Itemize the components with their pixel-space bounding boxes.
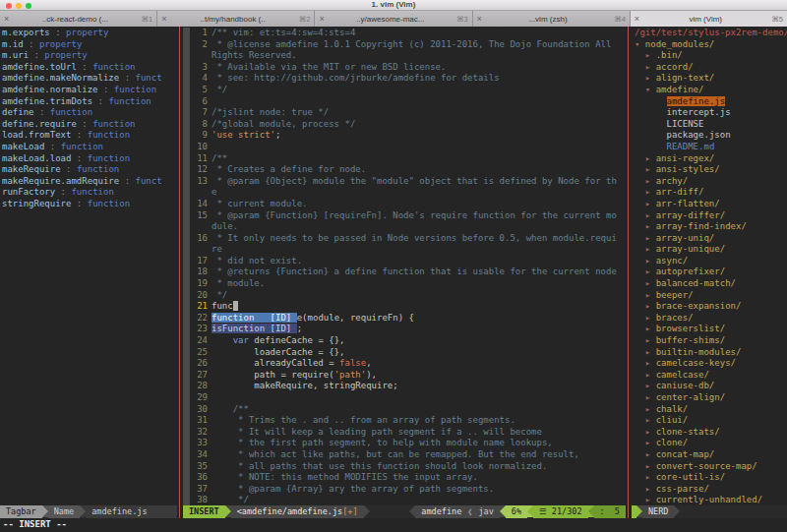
code-row[interactable]: 7/*jslint node: true */ bbox=[190, 107, 626, 119]
tagbar-list[interactable]: m.exports : propertym.id : propertym.uri… bbox=[0, 27, 177, 505]
chevron-closed-icon[interactable]: ▸ bbox=[645, 427, 656, 437]
code-row[interactable]: 14 * current module. bbox=[190, 199, 626, 210]
nerdtree-dir[interactable]: ▸ browserslist/ bbox=[632, 324, 787, 335]
nerdtree-dir[interactable]: ▸ arr-flatten/ bbox=[632, 199, 787, 210]
chevron-closed-icon[interactable]: ▸ bbox=[645, 301, 656, 311]
nerdtree-dir[interactable]: ▸ array-unique/ bbox=[632, 244, 787, 256]
nerdtree-dir[interactable]: ▸ core-util-is/ bbox=[632, 472, 787, 484]
code-row[interactable]: 5 */ bbox=[190, 85, 626, 96]
code-row[interactable]: 1/** vim: et:ts=4:sw=4:sts=4 bbox=[190, 28, 626, 39]
tagbar-item[interactable]: makeRequire : function bbox=[0, 164, 177, 176]
terminal-tab[interactable]: ×..y/awesome-mac...⌘3 bbox=[315, 11, 472, 27]
code-row[interactable]: 26 alreadyCalled = false, bbox=[190, 358, 626, 370]
code-row[interactable]: 13 * @param {Object} module the "module"… bbox=[190, 176, 626, 188]
tagbar-item[interactable]: makeRequire.amdRequire : funct bbox=[0, 176, 177, 188]
nerdtree-dir[interactable]: ▸ .bin/ bbox=[632, 50, 787, 62]
code-row[interactable]: Rights Reserved. bbox=[190, 50, 626, 62]
nerdtree[interactable]: /git/test/stylus-px2rem-demo/ ▾ node_mod… bbox=[632, 27, 787, 505]
close-button[interactable] bbox=[6, 3, 12, 9]
nerdtree-dir[interactable]: ▸ ansi-regex/ bbox=[632, 153, 787, 165]
code-row[interactable]: 18 * @returns {Function} a define functi… bbox=[190, 266, 626, 278]
code-row[interactable]: 12 * Creates a define for node. bbox=[190, 164, 626, 176]
nerdtree-dir[interactable]: ▸ buffer-shims/ bbox=[632, 335, 787, 347]
nerdtree-dir[interactable]: ▸ array-differ/ bbox=[632, 210, 787, 222]
window-titlebar[interactable]: 1. vim (Vim) bbox=[0, 0, 787, 11]
nerdtree-dir[interactable]: ▸ accord/ bbox=[632, 62, 787, 74]
code-row[interactable]: 33 * the first path segment, to help wit… bbox=[190, 438, 626, 449]
chevron-closed-icon[interactable]: ▸ bbox=[645, 221, 656, 231]
nerdtree-dir[interactable]: ▸ chalk/ bbox=[632, 404, 787, 416]
chevron-closed-icon[interactable]: ▸ bbox=[645, 62, 656, 72]
command-line[interactable]: -- INSERT -- bbox=[0, 518, 787, 532]
tagbar-item[interactable]: makeLoad.load : function bbox=[0, 153, 177, 165]
nerdtree-dir[interactable]: ▸ ansi-styles/ bbox=[632, 164, 787, 176]
nerdtree-dir[interactable]: ▸ camelcase/ bbox=[632, 370, 787, 382]
code-row[interactable]: 21func bbox=[190, 301, 626, 313]
tagbar-item[interactable]: m.exports : property bbox=[0, 28, 177, 39]
code-row[interactable]: 31 * Trims the . and .. from an array of… bbox=[190, 415, 626, 427]
tagbar-item[interactable]: define : function bbox=[0, 107, 177, 119]
chevron-closed-icon[interactable]: ▸ bbox=[645, 404, 656, 414]
terminal-tab[interactable]: ×..ck-react-demo (...⌘1 bbox=[0, 11, 157, 27]
code-row[interactable]: e bbox=[190, 187, 626, 199]
code-row[interactable]: 23isFunction [ID] ; bbox=[190, 324, 626, 335]
tagbar-item[interactable]: load.fromText : function bbox=[0, 130, 177, 142]
chevron-closed-icon[interactable]: ▸ bbox=[645, 370, 656, 380]
terminal-tab[interactable]: ×vim (Vim)⌘5 bbox=[631, 11, 787, 27]
code-row[interactable]: 8/*global module, process */ bbox=[190, 119, 626, 131]
chevron-closed-icon[interactable]: ▸ bbox=[645, 392, 656, 402]
terminal-tab[interactable]: ×..t/my/handbook (..⌘2 bbox=[157, 11, 315, 27]
code-row[interactable]: dule. bbox=[190, 221, 626, 233]
nerdtree-dir[interactable]: ▸ css-parse/ bbox=[632, 484, 787, 496]
nerdtree-dir[interactable]: ▸ currently-unhandled/ bbox=[632, 495, 787, 505]
chevron-closed-icon[interactable]: ▸ bbox=[645, 449, 656, 459]
nerdtree-dir[interactable]: ▸ array-uniq/ bbox=[632, 233, 787, 245]
code-row[interactable]: 3 * Available via the MIT or new BSD lic… bbox=[190, 62, 626, 74]
chevron-closed-icon[interactable]: ▸ bbox=[645, 484, 656, 494]
nerdtree-dir[interactable]: ▸ camelcase-keys/ bbox=[632, 358, 787, 370]
code-row[interactable]: 32 * It will keep a leading path segment… bbox=[190, 427, 626, 439]
code-row[interactable]: 16 * It only needs to be passed in Node … bbox=[190, 233, 626, 245]
nerdtree-root[interactable]: /git/test/stylus-px2rem-demo/ bbox=[632, 28, 787, 39]
tab-close-icon[interactable]: × bbox=[477, 15, 482, 24]
chevron-closed-icon[interactable]: ▸ bbox=[645, 153, 656, 163]
tagbar-item[interactable]: amdefine.trimDots : function bbox=[0, 96, 177, 108]
chevron-closed-icon[interactable]: ▸ bbox=[645, 495, 656, 504]
chevron-closed-icon[interactable]: ▸ bbox=[645, 358, 656, 368]
code-row[interactable]: 29 bbox=[190, 392, 626, 404]
nerdtree-dir[interactable]: ▸ align-text/ bbox=[632, 73, 787, 85]
code-row[interactable]: 4 * see: http://github.com/jrburke/amdef… bbox=[190, 73, 626, 85]
chevron-closed-icon[interactable]: ▸ bbox=[645, 347, 656, 357]
minimize-button[interactable] bbox=[16, 3, 22, 9]
code-row[interactable]: 15 * @param {Function} [requireFn]. Node… bbox=[190, 210, 626, 222]
nerdtree-file[interactable]: intercept.js bbox=[632, 107, 787, 119]
tab-close-icon[interactable]: × bbox=[319, 15, 324, 24]
tagbar-item[interactable]: m.uri : property bbox=[0, 50, 177, 62]
code-row[interactable]: 11/** bbox=[190, 153, 626, 165]
nerdtree-dir[interactable]: ▸ async/ bbox=[632, 256, 787, 267]
nerdtree-file[interactable]: amdefine.js bbox=[632, 96, 787, 108]
tagbar-item[interactable]: runFactory : function bbox=[0, 187, 177, 199]
chevron-closed-icon[interactable]: ▸ bbox=[645, 164, 656, 174]
code-row[interactable]: 17 * did not exist. bbox=[190, 256, 626, 267]
code-row[interactable]: 9'use strict'; bbox=[190, 130, 626, 142]
chevron-closed-icon[interactable]: ▸ bbox=[645, 415, 656, 425]
code-row[interactable]: 35 * all paths that use this function sh… bbox=[190, 461, 626, 473]
code-row[interactable]: 24 var defineCache = {}, bbox=[190, 335, 626, 347]
code-row[interactable]: 37 * @param {Array} ary the array of pat… bbox=[190, 484, 626, 496]
tagbar-item[interactable]: amdefine.makeNormalize : funct bbox=[0, 73, 177, 85]
tab-close-icon[interactable]: × bbox=[635, 15, 639, 24]
tagbar-item[interactable]: m.id : property bbox=[0, 39, 177, 51]
tagbar-item[interactable]: amdefine.normalize : function bbox=[0, 85, 177, 96]
nerdtree-dir[interactable]: ▸ array-find-index/ bbox=[632, 221, 787, 233]
code-row[interactable]: 34 * which act like paths, but can be re… bbox=[190, 449, 626, 461]
chevron-closed-icon[interactable]: ▸ bbox=[645, 335, 656, 345]
code-row[interactable]: 36 * NOTE: this method MODIFIES the inpu… bbox=[190, 472, 626, 484]
tagbar-item[interactable]: makeLoad : function bbox=[0, 142, 177, 153]
nerdtree-dir[interactable]: ▸ concat-map/ bbox=[632, 449, 787, 461]
tagbar-item[interactable]: amdefine.toUrl : function bbox=[0, 62, 177, 74]
nerdtree-dir[interactable]: ▸ beeper/ bbox=[632, 290, 787, 302]
chevron-closed-icon[interactable]: ▸ bbox=[645, 199, 656, 208]
chevron-closed-icon[interactable]: ▸ bbox=[645, 176, 656, 186]
terminal-tab[interactable]: ×...vim (zsh)⌘4 bbox=[473, 11, 631, 27]
